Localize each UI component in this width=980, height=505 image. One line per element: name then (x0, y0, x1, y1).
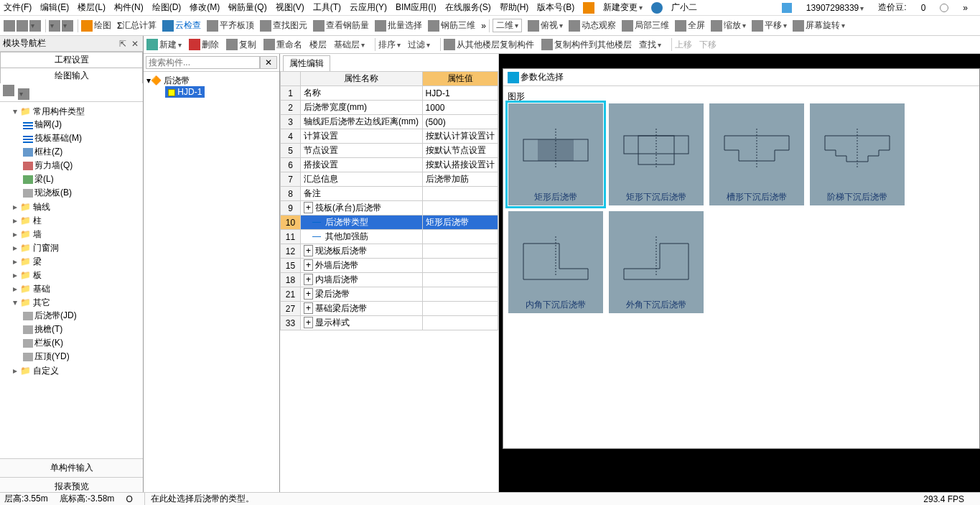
tb-cloud[interactable]: 云检查 (162, 19, 201, 32)
shape-card[interactable]: 矩形下沉后浇带 (608, 103, 704, 206)
menu-help[interactable]: 帮助(H) (500, 1, 529, 14)
prop-row[interactable]: 2后浇带宽度(mm)1000 (281, 101, 498, 115)
prop-row[interactable]: 7汇总信息后浇带加筋 (281, 172, 498, 187)
prop-row[interactable]: 27+基础梁后浇带 (281, 302, 498, 316)
menu-tool[interactable]: 工具(T) (313, 1, 341, 14)
tb-3d[interactable]: 钢筋三维 (428, 19, 475, 32)
shape-card[interactable]: 外角下沉后浇带 (608, 210, 704, 314)
tb-local3d[interactable]: 局部三维 (622, 19, 669, 32)
menu-view[interactable]: 视图(V) (276, 1, 304, 14)
account[interactable]: 13907298339 (806, 3, 864, 13)
tab-prop[interactable]: 属性编辑 (283, 55, 330, 71)
search-clear[interactable]: ✕ (260, 56, 277, 69)
shape-card[interactable]: 槽形下沉后浇带 (709, 103, 805, 206)
tree-coping[interactable]: 压顶(YD) (23, 350, 140, 363)
tree-axis-grid[interactable]: 轴网(J) (23, 118, 140, 131)
panel-dock-icon[interactable]: ⇱ ✕ (119, 39, 140, 49)
menu-file[interactable]: 文件(F) (4, 1, 32, 14)
bell-icon[interactable] (940, 4, 948, 12)
tb2-copyfrom[interactable]: 从其他楼层复制构件 (444, 39, 534, 51)
menu-floor[interactable]: 楼层(L) (78, 1, 106, 14)
tree-beam2[interactable]: ▸📁 梁 (13, 255, 140, 269)
prop-row[interactable]: 5节点设置按默认节点设置 (281, 144, 498, 158)
expand-icon[interactable]: » (963, 3, 968, 13)
tree-beam[interactable]: 梁(L) (23, 172, 140, 186)
expand-icon[interactable]: » (481, 21, 486, 31)
tree-column[interactable]: ▸📁 柱 (13, 214, 140, 228)
prop-row[interactable]: 21+梁后浇带 (281, 287, 498, 302)
menu-rebar[interactable]: 钢筋量(Q) (228, 1, 266, 14)
shape-card[interactable]: 阶梯下沉后浇带 (809, 103, 905, 206)
prop-row[interactable]: 3轴线距后浇带左边线距离(mm)(500) (281, 115, 498, 129)
nav-hammer-icon[interactable] (18, 88, 29, 100)
prop-row[interactable]: 15+外墙后浇带 (281, 259, 498, 273)
tb-pan[interactable]: 平移 (752, 19, 787, 32)
new-change[interactable]: 新建变更 (603, 1, 643, 14)
tb-zoom[interactable]: 缩放 (711, 19, 746, 32)
open-icon[interactable] (17, 20, 28, 32)
new-doc-icon[interactable] (4, 20, 15, 32)
tree-foundation[interactable]: ▸📁 基础 (13, 282, 140, 296)
menu-draw[interactable]: 绘图(D) (152, 1, 182, 14)
menu-component[interactable]: 构件(N) (114, 1, 144, 14)
tb-rebar[interactable]: 查看钢筋量 (313, 19, 369, 32)
prop-row[interactable]: 33+显示样式 (281, 316, 498, 330)
tree-opening[interactable]: ▸📁 门窗洞 (13, 241, 140, 255)
prop-row[interactable]: 1名称HJD-1 (281, 86, 498, 101)
tree-framecol[interactable]: 框柱(Z) (23, 145, 140, 159)
redo-icon[interactable] (62, 20, 73, 32)
user2[interactable]: 广小二 (671, 1, 697, 14)
save-icon[interactable] (29, 20, 41, 32)
tree-eave[interactable]: 挑檐(T) (23, 323, 140, 336)
menu-cloud[interactable]: 云应用(Y) (350, 1, 387, 14)
tree-slab[interactable]: 现浇板(B) (23, 186, 140, 200)
tb2-new[interactable]: 新建 (146, 39, 182, 51)
property-table[interactable]: 属性名称属性值 1名称HJD-12后浇带宽度(mm)10003轴线距后浇带左边线… (280, 71, 498, 330)
tree-postcast[interactable]: 后浇带(JD) (23, 309, 140, 323)
shape-card[interactable]: 内角下沉后浇带 (508, 210, 604, 314)
tree-raft[interactable]: 筏板基础(M) (23, 131, 140, 145)
instance-tree[interactable]: ▾🔶 后浇带 HJD-1 (144, 72, 279, 496)
tb2-floor[interactable]: 楼层 (309, 39, 327, 51)
tb-top[interactable]: 俯视 (528, 19, 563, 32)
tab-draw[interactable]: 绘图输入 (0, 68, 143, 83)
tb2-copyto[interactable]: 复制构件到其他楼层 (541, 39, 632, 51)
tab-project[interactable]: 工程设置 (0, 52, 143, 68)
tree-shearwall[interactable]: 剪力墙(Q) (23, 159, 140, 172)
tb-batch[interactable]: 批量选择 (375, 19, 422, 32)
prop-row[interactable]: 9+筏板(承台)后浇带 (281, 201, 498, 216)
menu-edit[interactable]: 编辑(E) (40, 1, 69, 14)
tb-2d[interactable]: 二维 (493, 19, 522, 32)
tb2-copy[interactable]: 复制 (226, 39, 256, 51)
component-tree[interactable]: ▾📁 常用构件类型 轴网(J) 筏板基础(M) 框柱(Z) 剪力墙(Q) 梁(L… (0, 102, 143, 458)
tb-full[interactable]: 全屏 (675, 19, 705, 32)
tree-other[interactable]: ▾📁 其它 后浇带(JD) 挑檐(T) 栏板(K) 压顶(YD) (13, 296, 140, 364)
search-input[interactable] (146, 56, 260, 69)
btn-single[interactable]: 单构件输入 (0, 458, 143, 477)
tb-sum[interactable]: Σ 汇总计算 (117, 19, 157, 32)
tree-axis[interactable]: ▸📁 轴线 (13, 200, 140, 214)
tb-orbit[interactable]: 动态观察 (569, 19, 616, 32)
menu-modify[interactable]: 修改(M) (190, 1, 220, 14)
menu-version[interactable]: 版本号(B) (537, 1, 574, 14)
shape-card[interactable]: 矩形后浇带 (508, 103, 604, 206)
prop-row[interactable]: 4计算设置按默认计算设置计 (281, 129, 498, 144)
tb2-find[interactable]: 查找 (639, 39, 661, 51)
nav-add-icon[interactable] (3, 85, 14, 96)
tb-find[interactable]: 查找图元 (260, 19, 307, 32)
tb-flat[interactable]: 平齐板顶 (207, 19, 254, 32)
tree-wall[interactable]: ▸📁 墙 (13, 228, 140, 241)
undo-icon[interactable] (49, 20, 60, 32)
prop-row[interactable]: 18+内墙后浇带 (281, 273, 498, 287)
menu-online[interactable]: 在线服务(S) (445, 1, 491, 14)
tree-slab2[interactable]: ▸📁 板 (13, 269, 140, 282)
prop-row[interactable]: 11—其他加强筋 (281, 230, 498, 244)
tb2-filter[interactable]: 过滤 (408, 39, 430, 51)
prop-row[interactable]: 6搭接设置按默认搭接设置计 (281, 158, 498, 172)
tree-parapet[interactable]: 栏板(K) (23, 336, 140, 350)
menu-bim[interactable]: BIM应用(I) (396, 1, 437, 14)
tb2-rename[interactable]: 重命名 (263, 39, 302, 51)
prop-row[interactable]: 10—后浇带类型矩形后浇带 (281, 216, 498, 230)
prop-row[interactable]: 12+现浇板后浇带 (281, 244, 498, 259)
tree-custom[interactable]: ▸📁 自定义 (13, 364, 140, 378)
